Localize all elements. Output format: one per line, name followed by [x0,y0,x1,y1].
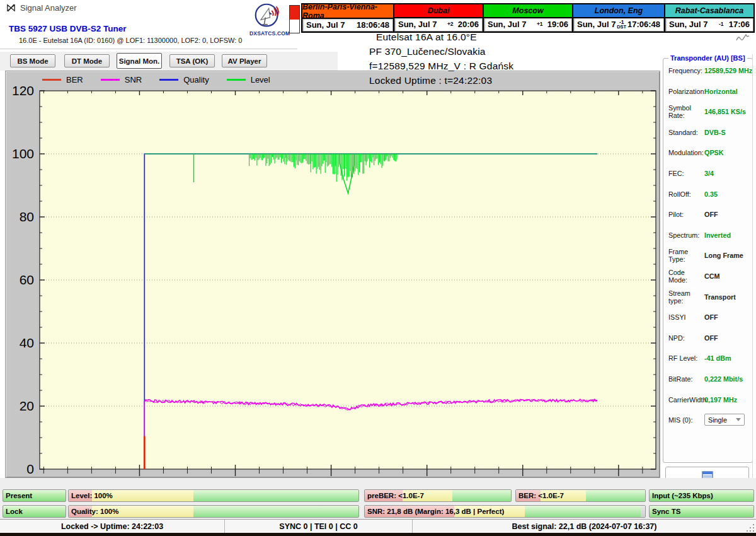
clock-city-label: Dubai [394,4,483,18]
transponder-row-code-mode: Code Mode:CCM [668,270,752,283]
resize-grip[interactable] [747,524,754,532]
clock-time-cell: Sun, Jul 7-1DST17:06:48 [573,18,664,32]
signal-plot: 020406080100120 [6,71,660,477]
transponder-value: Long Frame [704,252,743,259]
monitor-quality-100: Quality: 100% [68,505,359,518]
transponder-label: Pilot: [668,211,704,218]
tab-signal-mon[interactable]: Signal Mon. [117,53,162,69]
transponder-value: 0,197 MHz [704,396,737,404]
satellite-caption: Eutelsat 16A at 16.0°E [376,32,477,43]
transponder-row-fec: FEC:3/4 [668,167,752,180]
clock-city-label: Moscow [484,4,572,18]
mis-select[interactable]: Single [704,414,745,426]
app-icon [6,3,16,13]
uptime-caption: Locked Uptime : t=24:22:03 [369,75,492,86]
clock-city-label: Rabat-Casablanca [665,4,753,18]
transponder-value: Horizontal [704,88,738,95]
mis-selected-value: Single [708,416,727,424]
transponder-row-frame-type: Frame Type:Long Frame [668,249,752,262]
monitor-snr-21-8-db-margin-16-3-db-perfect: SNR: 21,8 dB (Margin: 16,3 dB | Perfect) [364,505,646,518]
monitor-bar-label: Quality: 100% [71,508,118,515]
monitor-bar-label: Input (~235 Kbps) [652,492,713,499]
bar-segment [452,490,511,501]
transponder-label: NPD: [668,334,704,342]
clock-utc-offset: +1 [532,22,547,26]
clock-date: Sun, Jul 7 [303,20,345,30]
transponder-row-frequency: Frequency:12589,529 MHz [668,64,752,77]
legend-swatch [159,79,178,81]
signature-icon [736,33,750,45]
clock-moscow: MoscowSun, Jul 7+119:06 [483,4,572,32]
chevron-down-icon [736,418,741,421]
transponder-label: Frequency: [668,67,704,74]
monitor-present: Present [3,489,66,502]
transponder-label: Frame Type: [668,248,704,263]
clock-time-cell: Sun, Jul 7+220:06 [394,18,483,32]
transponder-label: Symbol Rate: [668,104,704,119]
svg-text:100: 100 [12,146,34,161]
transponder-row-modulation: Modulation:QPSK [668,146,752,159]
transponder-label: Modulation: [668,149,704,156]
svg-text:20: 20 [20,399,34,413]
clock-utc-offset: -1 [714,22,729,26]
clock-time-cell: Sun, Jul 7+119:06 [484,18,572,32]
transponder-row-carrierwidth: CarrierWidth:0,197 MHz [668,393,752,406]
monitor-ber-1-0e-7: BER: <1.0E-7 [515,489,646,502]
transponder-value: OFF [704,334,718,342]
legend-label: BER [66,75,83,84]
transponder-row-issyi: ISSYIOFF [668,311,752,323]
tab-bs-mode[interactable]: BS Mode [10,54,55,67]
legend-item-snr: SNR [101,75,142,84]
flag-marker [289,5,300,33]
transponder-value: OFF [704,313,718,321]
transponder-value: QPSK [704,149,724,156]
svg-text:0: 0 [26,462,34,476]
mis-label: MIS (0): [668,416,704,424]
transponder-label: FEC: [668,170,704,177]
monitor-bar-label: Level: 100% [71,492,113,499]
transponder-panel: Transponder (AU) [BS] Frequency:12589,52… [663,54,753,463]
clock-dubai: DubaiSun, Jul 7+220:06 [393,4,483,32]
offset-value: -1 [719,22,724,26]
transponder-label: Stream type: [668,289,704,305]
clock-rabat-casablanca: Rabat-CasablancaSun, Jul 7-117:06 [664,4,753,32]
status-sync-counts: SYNC 0 | TEI 0 | CC 0 [225,520,413,533]
clock-utc-offset: -1DST [616,20,627,29]
svg-text:40: 40 [20,335,34,350]
frequency-caption: f=12589,529 MHz_V : R Gdańsk [369,61,513,72]
transponder-label: BitRate: [668,375,704,383]
transponder-value: CCM [704,272,720,280]
monitor-lock: Lock [3,505,66,518]
tab-av-player[interactable]: AV Player [222,54,267,67]
window-bottom-edge [0,533,756,536]
monitor-preber-1-0e-7: preBER: <1.0E-7 [364,489,512,502]
monitor-bar-label: SNR: 21,8 dB (Margin: 16,3 dB | Perfect) [367,508,504,515]
tab-tsa-ok[interactable]: TSA (OK) [169,54,215,67]
svg-text:60: 60 [20,272,34,287]
transponder-label: Code Mode: [668,269,704,284]
clock-time-cell: Sun, Jul 718:06:48 [302,19,393,32]
legend-swatch [101,79,120,81]
monitor-level-100: Level: 100% [68,489,359,502]
transponder-row-rf-level: RF Level:-41 dBm [668,352,752,364]
transponder-label: RollOff: [668,190,704,198]
tab-dt-mode[interactable]: DT Mode [64,54,110,67]
mis-row: MIS (0): Single [668,414,752,426]
transponder-value: 3/4 [704,170,714,177]
monitor-bar-label: BER: <1.0E-7 [518,492,564,499]
transponder-row-npd: NPD:OFF [668,332,752,344]
legend-label: Quality [183,75,209,84]
transponder-row-stream-type: Stream type:Transport [668,291,752,303]
transponder-value: 0,222 Mbit/s [704,375,743,383]
world-clock-panel: Berlin-Paris-Vienna-RomaSun, Jul 718:06:… [301,3,755,33]
clock-city-label: London, Eng [573,4,664,18]
clock-date: Sun, Jul 7 [395,20,443,29]
window-title: Signal Analyzer [20,3,77,13]
transponder-value: 146,851 KS/s [704,108,746,115]
clock-time-value: 17:06:48 [627,20,663,29]
bar-segment [586,490,645,501]
legend-label: SNR [125,75,142,84]
transponder-row-pilot: Pilot:OFF [668,208,752,221]
transponder-label: ISSYI [668,313,704,321]
bar-segment [193,490,358,501]
